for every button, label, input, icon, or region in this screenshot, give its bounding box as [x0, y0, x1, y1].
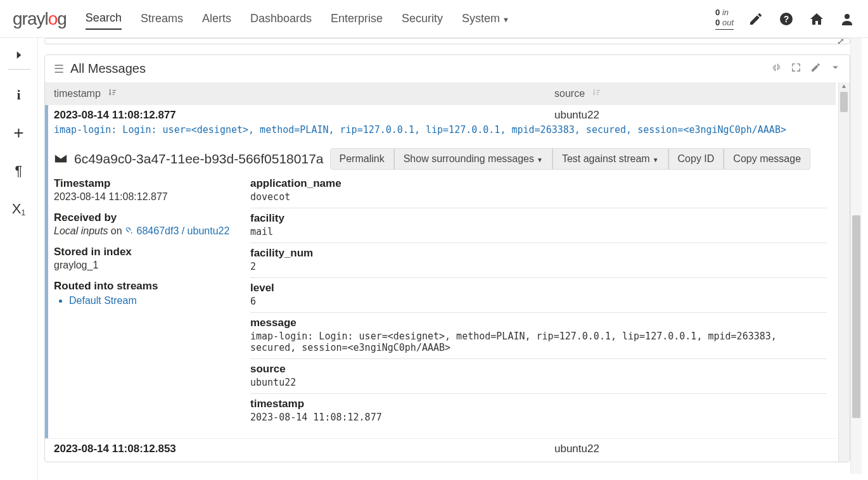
field-name[interactable]: application_name	[250, 177, 827, 190]
logo[interactable]: graylog	[13, 9, 67, 29]
add-icon[interactable]: +	[6, 120, 32, 146]
field-name[interactable]: timestamp	[250, 398, 827, 410]
table-header: timestamp source	[45, 82, 836, 105]
copy-message-button[interactable]: Copy message	[724, 148, 810, 170]
field-row: level 6	[250, 278, 827, 313]
field-value[interactable]: dovecot	[250, 191, 827, 203]
field-row: timestamp 2023-08-14 11:08:12.877	[250, 394, 827, 428]
messages-table: timestamp source	[45, 82, 850, 462]
copy-id-button[interactable]: Copy ID	[668, 148, 724, 170]
test-stream-button[interactable]: Test against stream▼	[552, 148, 668, 170]
edit-icon[interactable]	[748, 11, 764, 27]
message-row[interactable]: 2023-08-14 11:08:12.853 ubuntu22	[45, 438, 836, 462]
timestamp-label: Timestamp	[54, 177, 238, 190]
field-row: source ubuntu22	[250, 359, 827, 394]
stored-index-label: Stored in index	[54, 246, 238, 258]
received-by-label: Received by	[54, 212, 238, 224]
received-by-value: Local inputs on 68467df3 / ubuntu22	[54, 225, 238, 237]
help-icon[interactable]: ?	[778, 11, 795, 27]
stream-link[interactable]: Default Stream	[69, 295, 238, 306]
panel-header: ☰ All Messages	[45, 55, 850, 82]
field-row: facility mail	[250, 208, 827, 243]
scrollbar-thumb[interactable]	[852, 215, 860, 418]
info-icon[interactable]: i	[6, 82, 32, 108]
nav-security[interactable]: Security	[402, 8, 443, 29]
nav-enterprise[interactable]: Enterprise	[331, 8, 383, 29]
timestamp-value: 2023-08-14 11:08:12.877	[54, 191, 238, 203]
topbar-right: 0 in 0 out ?	[715, 8, 855, 29]
main-nav: Search Streams Alerts Dashboards Enterpr…	[86, 8, 509, 30]
nav-dashboards[interactable]: Dashboards	[250, 8, 312, 29]
row-source: ubuntu22	[554, 109, 599, 122]
user-icon[interactable]	[839, 11, 855, 27]
detail-actions: Permalink Show surrounding messages▼ Tes…	[330, 148, 811, 170]
surrounding-button[interactable]: Show surrounding messages▼	[394, 148, 552, 170]
svg-point-2	[845, 14, 850, 19]
row-source: ubuntu22	[554, 443, 599, 455]
field-value[interactable]: 6	[250, 296, 827, 307]
message-list: 2023-08-14 11:08:12.877 ubuntu22 imap-lo…	[45, 105, 836, 462]
io-throughput: 0 in 0 out	[715, 8, 734, 29]
minimize-icon[interactable]	[771, 62, 782, 75]
home-icon[interactable]	[808, 11, 825, 27]
panel-tools	[771, 62, 841, 75]
stored-index-value: graylog_1	[54, 260, 238, 271]
sort-icon[interactable]	[591, 87, 601, 100]
expand-icon[interactable]: ⤢	[837, 38, 845, 44]
meta-column: Timestamp 2023-08-14 11:08:12.877 Receiv…	[54, 177, 238, 428]
nav-streams[interactable]: Streams	[141, 8, 183, 29]
scrollbar-thumb[interactable]	[840, 92, 848, 112]
envelope-icon	[54, 151, 68, 167]
field-value[interactable]: 2023-08-14 11:08:12.877	[250, 412, 827, 423]
nav-alerts[interactable]: Alerts	[202, 8, 231, 29]
topbar: graylog Search Streams Alerts Dashboards…	[0, 0, 868, 38]
nav-system[interactable]: System▼	[462, 8, 509, 29]
paragraph-icon[interactable]: ¶	[6, 158, 32, 184]
svg-text:?: ?	[784, 14, 789, 24]
chevron-down-icon[interactable]	[830, 62, 841, 75]
content-area: ⤢ ☰ All Messages	[38, 38, 868, 480]
routed-streams-label: Routed into streams	[54, 280, 238, 293]
field-row: facility_num 2	[250, 243, 827, 278]
permalink-button[interactable]: Permalink	[330, 148, 394, 170]
input-link[interactable]: 68467df3 / ubuntu22	[125, 225, 229, 236]
menu-icon[interactable]: ☰	[54, 63, 64, 75]
field-row: message imap-login: Login: user=<designe…	[250, 313, 827, 359]
field-name[interactable]: message	[250, 317, 827, 329]
page-scrollbar[interactable]	[850, 38, 862, 474]
row-timestamp: 2023-08-14 11:08:12.853	[54, 443, 554, 455]
panel-title: All Messages	[70, 61, 146, 76]
field-value[interactable]: ubuntu22	[250, 377, 827, 388]
field-name[interactable]: facility_num	[250, 247, 827, 260]
col-source[interactable]: source	[554, 88, 585, 99]
field-value[interactable]: mail	[250, 226, 827, 237]
left-rail: i + ¶ X1	[0, 38, 38, 480]
field-row: application_name dovecot	[250, 177, 827, 208]
histogram-panel-collapsed: ⤢	[44, 38, 850, 44]
nav-search[interactable]: Search	[86, 8, 122, 30]
message-id: 6c49a9c0-3a47-11ee-b93d-566f0518017a	[74, 151, 324, 167]
subscript-icon[interactable]: X1	[6, 196, 32, 222]
row-timestamp: 2023-08-14 11:08:12.877	[54, 109, 554, 122]
fields-column: application_name dovecot facility mail	[250, 177, 827, 428]
table-scrollbar[interactable]	[838, 82, 850, 462]
fullscreen-icon[interactable]	[791, 62, 801, 75]
message-detail: 6c49a9c0-3a47-11ee-b93d-566f0518017a Per…	[45, 142, 836, 438]
field-value[interactable]: imap-login: Login: user=<designet>, meth…	[250, 331, 827, 353]
field-name[interactable]: level	[250, 282, 827, 294]
row-message: imap-login: Login: user=<designet>, meth…	[54, 124, 827, 136]
sort-desc-icon[interactable]	[107, 87, 117, 100]
field-value[interactable]: 2	[250, 261, 827, 272]
field-name[interactable]: facility	[250, 212, 827, 225]
messages-panel: ☰ All Messages timestam	[44, 54, 850, 462]
field-name[interactable]: source	[250, 363, 827, 376]
col-timestamp[interactable]: timestamp	[54, 88, 101, 99]
expand-rail-icon[interactable]	[8, 44, 30, 70]
message-row[interactable]: 2023-08-14 11:08:12.877 ubuntu22 imap-lo…	[45, 105, 836, 142]
edit-panel-icon[interactable]	[810, 62, 821, 75]
